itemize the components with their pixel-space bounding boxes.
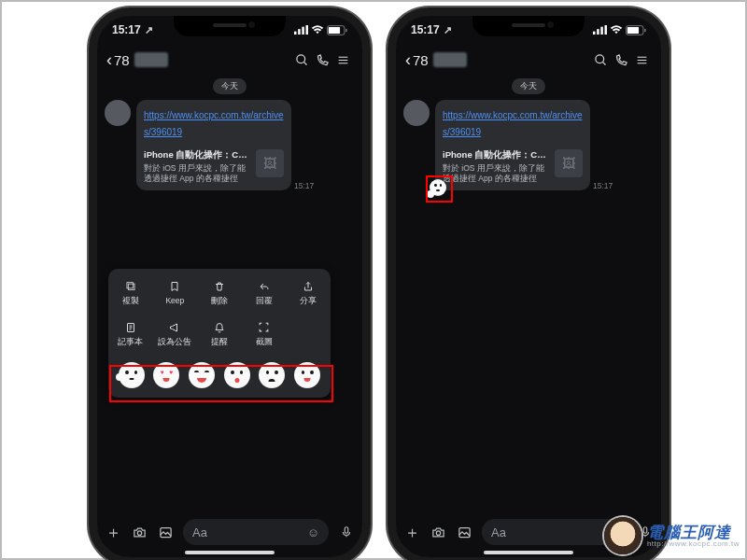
mic-icon[interactable] bbox=[338, 524, 355, 540]
menu-screenshot[interactable]: 截圖 bbox=[242, 314, 287, 355]
menu-row-1: ⧉複製 Keep 刪除 回覆 分享 bbox=[108, 273, 331, 314]
svg-rect-1 bbox=[298, 29, 301, 35]
reaction-sad[interactable] bbox=[259, 362, 285, 388]
bookmark-icon bbox=[169, 279, 180, 293]
plus-icon[interactable]: ＋ bbox=[403, 522, 420, 543]
search-icon[interactable] bbox=[291, 53, 312, 67]
notch bbox=[174, 16, 286, 36]
svg-rect-22 bbox=[605, 25, 608, 35]
plus-icon[interactable]: ＋ bbox=[105, 522, 121, 543]
menu-copy[interactable]: ⧉複製 bbox=[108, 273, 153, 314]
capture-icon bbox=[258, 320, 270, 334]
svg-rect-2 bbox=[302, 27, 304, 35]
message[interactable]: https://www.kocpc.com.tw/archives/396019… bbox=[403, 100, 654, 190]
reaction-surprised[interactable] bbox=[224, 362, 250, 388]
back-button[interactable]: ‹78 bbox=[405, 50, 467, 70]
status-time: 15:17 bbox=[112, 23, 141, 36]
svg-rect-0 bbox=[294, 32, 297, 35]
menu-remind[interactable]: 提醒 bbox=[197, 314, 242, 355]
watermark: 電腦王阿達 http://www.kocpc.com.tw bbox=[604, 517, 740, 554]
watermark-url: http://www.kocpc.com.tw bbox=[647, 540, 740, 548]
phone-right: 15:17↗ ‹78 今天 bbox=[388, 7, 669, 560]
preview-title: iPhone 自動化操作：C… bbox=[443, 149, 549, 161]
svg-rect-24 bbox=[627, 26, 639, 33]
emoji-icon[interactable]: ☺ bbox=[307, 525, 319, 539]
timestamp: 15:17 bbox=[294, 181, 314, 190]
battery-icon bbox=[327, 25, 347, 35]
svg-line-27 bbox=[602, 62, 605, 64]
wifi-icon bbox=[610, 25, 623, 35]
avatar[interactable] bbox=[105, 100, 131, 126]
chat-header: ‹78 bbox=[97, 44, 362, 76]
date-pill: 今天 bbox=[512, 78, 545, 94]
battery-icon bbox=[626, 25, 646, 35]
input-placeholder: Aa bbox=[491, 525, 506, 539]
home-indicator[interactable] bbox=[185, 551, 275, 554]
gallery-icon[interactable] bbox=[157, 525, 174, 539]
chat-area: 今天 https://www.kocpc.com.tw/archives/396… bbox=[396, 78, 661, 497]
svg-rect-3 bbox=[306, 25, 309, 35]
link-preview[interactable]: iPhone 自動化操作：C… 對於 iOS 用戶來說，除了能透過捷徑 App … bbox=[435, 144, 590, 190]
menu-share[interactable]: 分享 bbox=[286, 273, 331, 314]
member-count: 78 bbox=[413, 52, 429, 68]
call-icon[interactable] bbox=[611, 53, 631, 67]
svg-rect-19 bbox=[593, 32, 596, 35]
preview-desc: 對於 iOS 用戶來說，除了能透過捷徑 App 的各種捷徑 bbox=[443, 163, 549, 184]
wifi-icon bbox=[311, 25, 324, 35]
signal-icon bbox=[294, 25, 308, 35]
chat-area: 今天 https://www.kocpc.com.tw/archives/396… bbox=[97, 78, 362, 497]
gallery-icon[interactable] bbox=[456, 525, 472, 539]
preview-desc: 對於 iOS 用戶來說，除了能透過捷徑 App 的各種捷徑 bbox=[144, 163, 250, 184]
back-button[interactable]: ‹78 bbox=[106, 50, 168, 70]
watermark-title: 電腦王阿達 bbox=[647, 525, 740, 540]
camera-icon[interactable] bbox=[430, 525, 446, 539]
reaction-thumbsup[interactable] bbox=[119, 362, 145, 388]
reaction-love[interactable] bbox=[153, 362, 179, 388]
reply-icon bbox=[258, 279, 271, 293]
menu-row-2: 記事本 設為公告 提醒 截圖 bbox=[108, 314, 331, 355]
menu-note[interactable]: 記事本 bbox=[108, 314, 153, 355]
reaction-laugh[interactable] bbox=[189, 362, 215, 388]
call-icon[interactable] bbox=[312, 53, 332, 67]
svg-rect-5 bbox=[329, 26, 340, 33]
menu-icon[interactable] bbox=[631, 54, 652, 66]
avatar[interactable] bbox=[403, 100, 430, 126]
svg-point-26 bbox=[595, 54, 603, 63]
chevron-left-icon: ‹ bbox=[405, 50, 411, 70]
signal-icon bbox=[593, 25, 607, 35]
text-input[interactable]: Aa☺ bbox=[183, 519, 329, 545]
menu-keep[interactable]: Keep bbox=[153, 273, 198, 314]
location-icon: ↗ bbox=[145, 24, 153, 36]
reaction-badge[interactable] bbox=[430, 179, 446, 196]
share-icon bbox=[303, 279, 314, 293]
svg-point-16 bbox=[137, 530, 141, 534]
input-bar: ＋ Aa☺ bbox=[97, 512, 362, 552]
chevron-left-icon: ‹ bbox=[106, 50, 112, 70]
home-indicator[interactable] bbox=[484, 551, 573, 554]
menu-announce[interactable]: 設為公告 bbox=[153, 314, 198, 355]
svg-point-7 bbox=[296, 54, 304, 63]
search-icon[interactable] bbox=[590, 53, 611, 67]
message-link[interactable]: https://www.kocpc.com.tw/archives/396019 bbox=[443, 110, 583, 137]
input-placeholder: Aa bbox=[192, 525, 207, 539]
link-preview[interactable]: iPhone 自動化操作：C… 對於 iOS 用戶來說，除了能透過捷徑 App … bbox=[136, 144, 291, 190]
camera-icon[interactable] bbox=[131, 525, 148, 539]
menu-delete[interactable]: 刪除 bbox=[197, 273, 242, 314]
menu-icon[interactable] bbox=[332, 54, 353, 66]
chat-name-blur bbox=[134, 52, 168, 67]
message[interactable]: https://www.kocpc.com.tw/archives/396019… bbox=[105, 100, 355, 190]
megaphone-icon bbox=[168, 320, 181, 334]
preview-thumb: 🖼 bbox=[555, 149, 583, 177]
member-count: 78 bbox=[114, 52, 130, 68]
phone-left: 15:17↗ ‹78 今天 bbox=[89, 7, 371, 560]
reaction-row bbox=[108, 357, 331, 390]
chat-header: ‹78 bbox=[396, 44, 661, 76]
location-icon: ↗ bbox=[444, 24, 452, 36]
menu-reply[interactable]: 回覆 bbox=[242, 273, 287, 314]
reaction-angry[interactable] bbox=[294, 362, 320, 388]
link-bubble[interactable]: https://www.kocpc.com.tw/archives/396019 bbox=[136, 100, 291, 144]
message-link[interactable]: https://www.kocpc.com.tw/archives/396019 bbox=[144, 110, 284, 137]
svg-rect-20 bbox=[597, 29, 599, 35]
svg-point-31 bbox=[436, 530, 440, 534]
link-bubble[interactable]: https://www.kocpc.com.tw/archives/396019 bbox=[435, 100, 590, 144]
